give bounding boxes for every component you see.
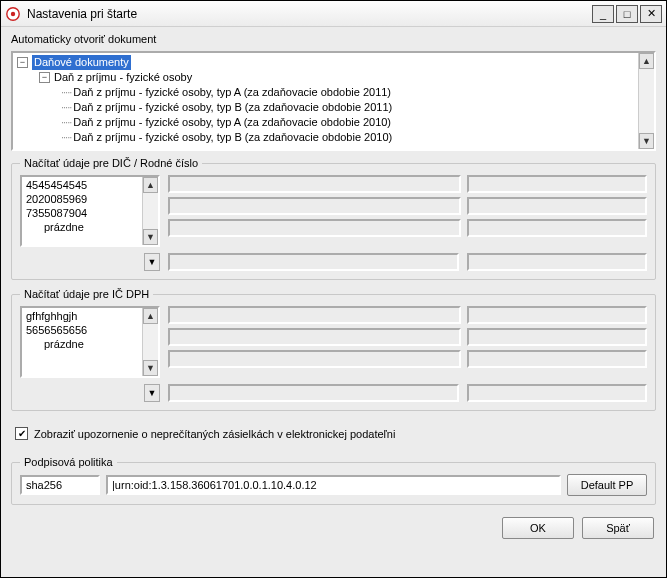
list-item[interactable]: 4545454545 <box>26 178 140 192</box>
dic-field <box>467 253 647 271</box>
icdph-list-scrollbar[interactable]: ▲ ▼ <box>142 308 158 376</box>
app-icon <box>5 6 21 22</box>
scroll-down-icon[interactable]: ▼ <box>144 253 160 271</box>
scroll-down-icon[interactable]: ▼ <box>144 384 160 402</box>
notify-row: ✔ Zobraziť upozornenie o neprečítaných z… <box>11 417 656 450</box>
tree-leaf[interactable]: Daň z príjmu - fyzické osoby, typ B (za … <box>17 100 636 115</box>
dic-field <box>168 197 461 215</box>
titlebar: Nastavenia pri štarte _ □ ✕ <box>1 1 666 27</box>
scroll-track[interactable] <box>143 193 158 229</box>
icdph-field <box>467 350 647 368</box>
scroll-up-icon[interactable]: ▲ <box>639 53 654 69</box>
maximize-button[interactable]: □ <box>616 5 638 23</box>
tree-leaf[interactable]: Daň z príjmu - fyzické osoby, typ A (za … <box>17 85 636 100</box>
signature-policy-section: Podpisová politika sha256 |urn:oid:1.3.1… <box>11 456 656 505</box>
dic-field <box>467 197 647 215</box>
scroll-down-icon[interactable]: ▼ <box>143 229 158 245</box>
icdph-section: Načítať údaje pre IČ DPH gfhfghhgjh 5656… <box>11 288 656 411</box>
icdph-field <box>168 384 459 402</box>
icdph-fields <box>168 306 647 378</box>
window-title: Nastavenia pri štarte <box>27 7 590 21</box>
dic-fields <box>168 175 647 247</box>
policy-urn-input[interactable]: |urn:oid:1.3.158.36061701.0.0.1.10.4.0.1… <box>106 475 561 495</box>
client-area: Automaticky otvoriť dokument − Daňové do… <box>1 27 666 577</box>
icdph-field <box>467 306 647 324</box>
dic-field <box>168 219 461 237</box>
scroll-track[interactable] <box>143 324 158 360</box>
list-item[interactable]: 7355087904 <box>26 206 140 220</box>
tree-scrollbar[interactable]: ▲ ▼ <box>638 53 654 149</box>
list-item[interactable]: 2020085969 <box>26 192 140 206</box>
list-item[interactable]: 5656565656 <box>26 323 140 337</box>
ok-button[interactable]: OK <box>502 517 574 539</box>
dic-legend: Načítať údaje pre DIČ / Rodné číslo <box>20 157 202 169</box>
tree-child-label[interactable]: Daň z príjmu - fyzické osoby <box>54 70 192 85</box>
footer: OK Späť <box>11 511 656 539</box>
svg-point-1 <box>11 11 15 15</box>
icdph-field <box>168 328 461 346</box>
minimize-button[interactable]: _ <box>592 5 614 23</box>
scroll-down-icon[interactable]: ▼ <box>143 360 158 376</box>
tree-root-label[interactable]: Daňové dokumenty <box>32 55 131 70</box>
notify-label: Zobraziť upozornenie o neprečítaných zás… <box>34 428 395 440</box>
back-button[interactable]: Späť <box>582 517 654 539</box>
scroll-track[interactable] <box>639 69 654 133</box>
tree-leaf[interactable]: Daň z príjmu - fyzické osoby, typ A (za … <box>17 115 636 130</box>
close-button[interactable]: ✕ <box>640 5 662 23</box>
icdph-field <box>467 328 647 346</box>
icdph-field <box>467 384 647 402</box>
scroll-down-icon[interactable]: ▼ <box>639 133 654 149</box>
dic-list[interactable]: 4545454545 2020085969 7355087904 prázdne… <box>20 175 160 247</box>
tree-leaf[interactable]: Daň z príjmu - fyzické osoby, typ B (za … <box>17 130 636 145</box>
dic-field <box>168 253 459 271</box>
policy-hash-input[interactable]: sha256 <box>20 475 100 495</box>
window-root: Nastavenia pri štarte _ □ ✕ Automaticky … <box>0 0 667 578</box>
list-item[interactable]: gfhfghhgjh <box>26 309 140 323</box>
icdph-legend: Načítať údaje pre IČ DPH <box>20 288 153 300</box>
dic-section: Načítať údaje pre DIČ / Rodné číslo 4545… <box>11 157 656 280</box>
collapse-icon[interactable]: − <box>17 57 28 68</box>
default-pp-button[interactable]: Default PP <box>567 474 647 496</box>
dic-field <box>467 175 647 193</box>
icdph-field <box>168 350 461 368</box>
tree-child-row[interactable]: − Daň z príjmu - fyzické osoby <box>17 70 636 85</box>
notify-checkbox[interactable]: ✔ <box>15 427 28 440</box>
icdph-field <box>168 306 461 324</box>
scroll-up-icon[interactable]: ▲ <box>143 177 158 193</box>
tree-root-row[interactable]: − Daňové dokumenty <box>17 55 636 70</box>
dic-field <box>168 175 461 193</box>
signature-policy-legend: Podpisová politika <box>20 456 117 468</box>
dic-field <box>467 219 647 237</box>
document-tree[interactable]: − Daňové dokumenty − Daň z príjmu - fyzi… <box>11 51 656 151</box>
collapse-icon[interactable]: − <box>39 72 50 83</box>
auto-open-label: Automaticky otvoriť dokument <box>11 33 656 45</box>
list-item-empty[interactable]: prázdne <box>26 220 140 234</box>
dic-list-scrollbar[interactable]: ▲ ▼ <box>142 177 158 245</box>
icdph-list[interactable]: gfhfghhgjh 5656565656 prázdne ▲ ▼ <box>20 306 160 378</box>
scroll-up-icon[interactable]: ▲ <box>143 308 158 324</box>
list-item-empty[interactable]: prázdne <box>26 337 140 351</box>
